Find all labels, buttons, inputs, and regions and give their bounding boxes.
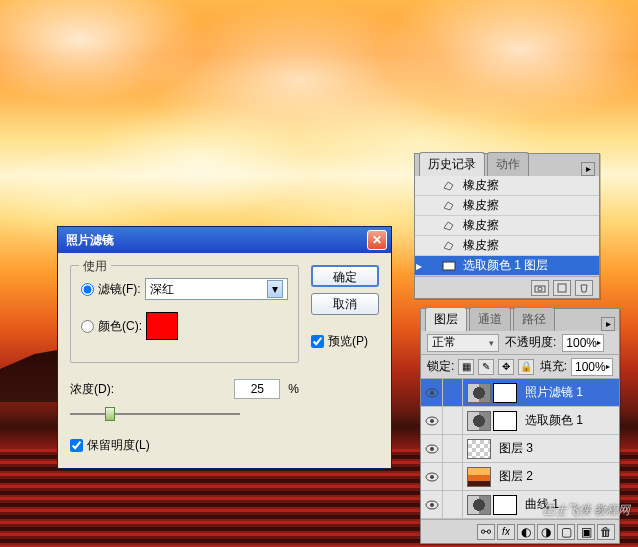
slider-track [70,413,240,415]
eraser-icon [441,219,457,233]
history-panel: 历史记录 动作 ▸ 橡皮擦橡皮擦橡皮擦橡皮擦▸选取颜色 1 图层 [414,153,600,299]
color-radio[interactable] [81,320,94,333]
layer-thumb [467,439,491,459]
color-radio-label: 颜色(C): [98,318,142,335]
delete-button[interactable] [575,280,593,296]
visibility-toggle[interactable] [421,407,443,435]
layer-thumb [467,467,491,487]
tab-layers[interactable]: 图层 [425,307,467,331]
photo-filter-dialog: 照片滤镜 ✕ 使用 滤镜(F): 深红 ▾ 颜色(C): [57,226,392,469]
link-cell [443,491,463,519]
eye-icon [425,472,439,482]
watermark: 巴士飞侠 教程网 [543,502,630,519]
preview-checkbox[interactable] [311,335,324,348]
svg-point-2 [538,287,542,291]
slider-thumb[interactable] [105,407,115,421]
adjustment-layer-button[interactable]: ◑ [537,524,555,540]
panel-menu-icon[interactable]: ▸ [581,162,595,176]
visibility-toggle[interactable] [421,379,443,407]
filter-select-value: 深红 [150,281,174,298]
filter-select[interactable]: 深红 ▾ [145,278,288,300]
trash-icon [578,283,590,293]
chevron-down-icon: ▾ [489,338,494,348]
tab-history[interactable]: 历史记录 [419,152,485,176]
cancel-button[interactable]: 取消 [311,293,379,315]
dialog-titlebar[interactable]: 照片滤镜 ✕ [58,227,391,253]
lock-position-button[interactable]: ✥ [498,359,514,375]
svg-point-9 [430,447,434,451]
history-marker-icon: ▸ [415,256,423,276]
history-row[interactable]: 橡皮擦 [415,176,599,196]
use-group-label: 使用 [79,258,111,275]
layer-row[interactable]: 选取颜色 1 [421,407,619,435]
delete-layer-button[interactable]: 🗑 [597,524,615,540]
history-item-label: 橡皮擦 [463,217,499,234]
blend-mode-value: 正常 [432,334,456,351]
link-cell [443,379,463,407]
mask-thumb [493,495,517,515]
eraser-icon [441,179,457,193]
chevron-down-icon: ▾ [267,280,283,298]
group-button[interactable]: ▢ [557,524,575,540]
layer-row[interactable]: 图层 3 [421,435,619,463]
filter-radio[interactable] [81,283,94,296]
layer-icon [441,259,457,273]
layer-style-button[interactable]: fx [497,524,515,540]
density-slider[interactable] [70,405,240,423]
adjustment-thumb [467,495,491,515]
layers-list: 照片滤镜 1选取颜色 1图层 3图层 2曲线 1 [421,379,619,519]
fill-input[interactable]: 100%▸ [571,358,613,376]
link-cell [443,463,463,491]
visibility-toggle[interactable] [421,463,443,491]
history-row[interactable]: 橡皮擦 [415,236,599,256]
layer-row[interactable]: 图层 2 [421,463,619,491]
mask-thumb [493,411,517,431]
new-snapshot-button[interactable] [531,280,549,296]
eraser-icon [441,199,457,213]
tab-actions[interactable]: 动作 [487,152,529,176]
ok-button[interactable]: 确定 [311,265,379,287]
lock-transparency-button[interactable]: ▦ [458,359,474,375]
blend-mode-select[interactable]: 正常 ▾ [427,334,499,352]
history-row[interactable]: 橡皮擦 [415,196,599,216]
layer-name: 图层 2 [495,468,533,485]
panel-menu-icon[interactable]: ▸ [601,317,615,331]
fx-icon: fx [502,526,510,537]
preserve-luminosity-label: 保留明度(L) [87,437,150,454]
visibility-toggle[interactable] [421,435,443,463]
layer-row[interactable]: 照片滤镜 1 [421,379,619,407]
eye-icon [425,500,439,510]
layer-mask-button[interactable]: ◐ [517,524,535,540]
eye-icon [425,416,439,426]
fill-label: 填充: [540,358,567,375]
lock-all-button[interactable]: 🔒 [518,359,534,375]
lock-paint-button[interactable]: ✎ [478,359,494,375]
filter-radio-label: 滤镜(F): [98,281,141,298]
opacity-label: 不透明度: [505,334,556,351]
close-icon[interactable]: ✕ [367,230,387,250]
density-input[interactable]: 25 [234,379,280,399]
chevron-icon: ▸ [606,362,610,371]
svg-point-13 [430,503,434,507]
history-item-label: 橡皮擦 [463,177,499,194]
mask-thumb [493,383,517,403]
history-row[interactable]: ▸选取颜色 1 图层 [415,256,599,276]
use-group: 使用 滤镜(F): 深红 ▾ 颜色(C): [70,265,299,363]
preserve-luminosity-checkbox[interactable] [70,439,83,452]
link-cell [443,435,463,463]
link-layers-button[interactable]: ⚯ [477,524,495,540]
tab-channels[interactable]: 通道 [469,307,511,331]
history-row[interactable]: 橡皮擦 [415,216,599,236]
link-cell [443,407,463,435]
preview-label: 预览(P) [328,333,368,350]
new-layer-button[interactable]: ▣ [577,524,595,540]
new-document-button[interactable] [553,280,571,296]
svg-point-5 [430,391,434,395]
layer-name: 照片滤镜 1 [521,384,583,401]
color-swatch[interactable] [146,312,178,340]
visibility-toggle[interactable] [421,491,443,519]
tab-paths[interactable]: 路径 [513,307,555,331]
svg-rect-3 [558,284,566,292]
opacity-input[interactable]: 100%▸ [562,334,604,352]
lock-label: 锁定: [427,358,454,375]
